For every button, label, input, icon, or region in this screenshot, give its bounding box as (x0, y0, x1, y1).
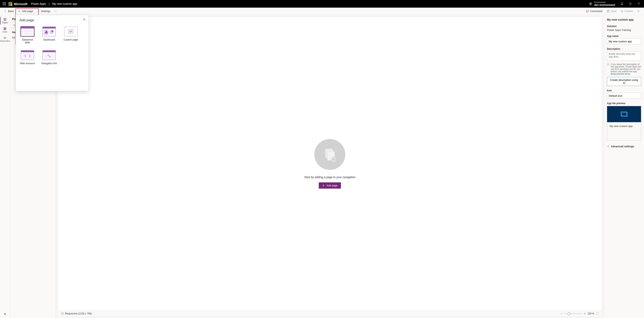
rail-pages[interactable]: ▥ Pages (0, 16, 10, 25)
svg-rect-4 (4, 4, 4, 4)
left-rail: ▥ Pages ▦ Data ⇄ Automation ✦ (0, 15, 10, 318)
note-text: If you leave the description of this app… (611, 63, 641, 73)
svg-rect-13 (607, 10, 609, 12)
microsoft-wordmark: Microsoft (14, 2, 28, 6)
fit-to-screen-icon[interactable]: ⛶ (596, 312, 599, 315)
rail-data[interactable]: ▦ Data (0, 25, 10, 35)
tile-preview-name: My new custom app (607, 122, 641, 140)
zoom-value: 100 % (588, 312, 594, 315)
svg-rect-3 (3, 4, 4, 4)
page-type-label: Dataverse table (20, 38, 36, 44)
icon-select[interactable] (607, 93, 641, 99)
app-name-label: App name (607, 35, 641, 38)
svg-rect-0 (3, 2, 4, 3)
environment-label: Environment (594, 1, 615, 4)
settings-gear-icon[interactable] (626, 0, 634, 8)
status-bar: Responsive (1316 x 784) − + 100 % ⛶ (58, 311, 602, 316)
save-label: Save (611, 10, 617, 13)
microsoft-logo: Microsoft (8, 2, 28, 6)
preview-terms-link[interactable]: Read preview terms (611, 73, 630, 75)
zoom-out-button[interactable]: − (560, 312, 562, 315)
add-page-dialog: Add page ✕ Dataverse table Dashboard Cus… (16, 15, 88, 91)
rail-automation[interactable]: ⇄ Automation (0, 35, 10, 44)
breadcrumb: Power Apps | My new custom app (31, 2, 78, 6)
svg-rect-5 (5, 4, 6, 4)
app-launcher-icon[interactable] (1, 0, 8, 8)
advanced-settings-label: Advanced settings (611, 145, 634, 148)
ai-description-note: ⓘ If you leave the description of this a… (607, 63, 641, 75)
comments-label: Comments (590, 10, 603, 13)
dialog-title: Add page (20, 18, 85, 22)
solution-value: Power Apps Training (607, 29, 641, 32)
advanced-settings-toggle[interactable]: Advanced settings (607, 145, 641, 148)
svg-point-10 (630, 4, 631, 4)
svg-rect-2 (5, 2, 6, 3)
publish-button: Publish (618, 8, 635, 15)
icon-label: Icon (607, 89, 641, 92)
copilot-icon: ✦ (0, 312, 10, 316)
responsive-label: Responsive (1316 x 784) (65, 312, 92, 315)
zoom-in-button[interactable]: + (584, 312, 586, 315)
properties-panel: My new custom app Solution Power Apps Tr… (604, 15, 644, 318)
svg-rect-7 (4, 5, 4, 5)
app-name-input[interactable] (607, 38, 641, 44)
play-button (635, 8, 642, 15)
automation-icon: ⇄ (0, 36, 10, 40)
rail-automation-label: Automation (0, 40, 10, 42)
description-input[interactable] (607, 51, 641, 61)
settings-label: Settings (41, 10, 50, 13)
publish-label: Publish (624, 10, 633, 13)
comments-button[interactable]: Comments (584, 8, 605, 15)
svg-rect-12 (586, 10, 589, 12)
back-label: Back (8, 10, 14, 13)
add-page-label: Add page (22, 10, 33, 13)
canvas: Start by adding a page to your navigatio… (58, 17, 602, 311)
save-button: Save (605, 8, 619, 15)
page-type-label: Web resource (20, 62, 36, 65)
solution-label: Solution (607, 25, 641, 28)
global-header: Microsoft Power Apps | My new custom app… (0, 0, 644, 8)
empty-placeholder-icon (314, 139, 345, 170)
page-type-label: Custom page (63, 38, 79, 41)
canvas-wrapper: Start by adding a page to your navigatio… (56, 15, 604, 318)
generate-description-button[interactable]: Create description using AI (607, 77, 641, 86)
more-button[interactable]: ⋯ (52, 8, 58, 15)
zoom-slider[interactable] (564, 313, 582, 314)
page-type-dataverse-table[interactable]: Dataverse table (20, 27, 36, 44)
description-label: Description (607, 48, 641, 50)
svg-rect-6 (3, 5, 4, 5)
properties-title: My new custom app (607, 18, 641, 21)
rail-data-label: Data (3, 31, 7, 33)
environment-name: dev environment (594, 4, 615, 7)
back-button[interactable]: Back (2, 8, 16, 15)
page-type-label: Dashboard (41, 38, 57, 41)
svg-rect-19 (61, 312, 64, 314)
app-tile-preview: My new custom app (607, 106, 641, 140)
command-bar: Back Add page Settings ⋯ Comments Save P… (0, 8, 644, 15)
pages-icon: ▥ (0, 17, 10, 21)
empty-state-text: Start by adding a page to your navigatio… (304, 176, 355, 179)
svg-rect-1 (4, 2, 4, 3)
svg-point-11 (38, 11, 39, 12)
canvas-add-page-button[interactable]: Add page (319, 182, 341, 189)
svg-rect-8 (5, 5, 6, 5)
page-type-dashboard[interactable]: Dashboard (41, 27, 57, 44)
add-page-button[interactable]: Add page (16, 8, 35, 15)
main-area: ▥ Pages ▦ Data ⇄ Automation ✦ Pages Navi… (0, 15, 644, 318)
page-type-label: Navigation link (41, 62, 57, 65)
environment-picker[interactable]: Environment dev environment (587, 1, 618, 7)
dialog-close-button[interactable]: ✕ (83, 18, 86, 22)
page-type-navigation-link[interactable]: Navigation link (41, 50, 57, 65)
tile-preview-label: App tile preview (607, 102, 641, 105)
rail-copilot[interactable]: ✦ (0, 311, 10, 318)
responsive-indicator[interactable]: Responsive (1316 x 784) (61, 312, 95, 315)
page-type-custom-page[interactable]: Custom page (63, 27, 79, 44)
rail-pages-label: Pages (2, 22, 8, 24)
settings-button[interactable]: Settings (35, 8, 52, 15)
info-icon: ⓘ (607, 63, 609, 75)
canvas-add-page-label: Add page (326, 184, 338, 187)
breadcrumb-app[interactable]: Power Apps (31, 2, 46, 6)
notifications-icon[interactable] (618, 0, 626, 8)
page-type-web-resource[interactable]: Web resource (20, 50, 36, 65)
help-icon[interactable] (635, 0, 643, 8)
